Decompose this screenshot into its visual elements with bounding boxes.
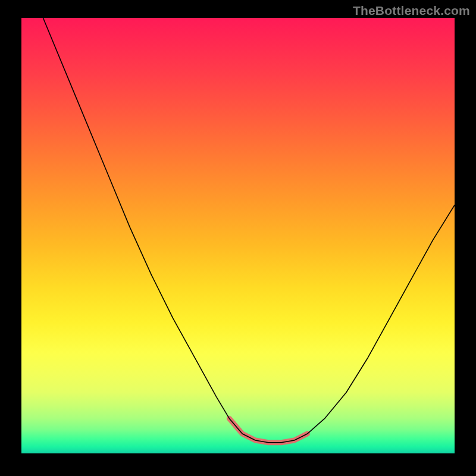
chart-frame: TheBottleneck.com — [0, 0, 476, 476]
plot-area — [21, 18, 455, 453]
trough-highlight — [229, 418, 307, 442]
curve-layer — [21, 18, 455, 453]
bottleneck-curve — [43, 18, 455, 443]
watermark-text: TheBottleneck.com — [353, 4, 470, 18]
